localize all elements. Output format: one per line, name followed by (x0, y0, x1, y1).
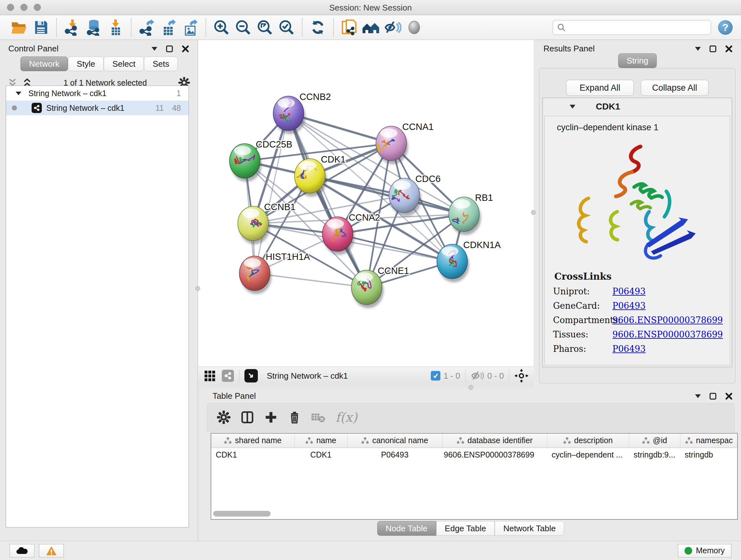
import-string-network-button[interactable] (340, 18, 358, 37)
table-panel: Table Panel f(x) shared namenamecanoni (200, 388, 741, 541)
network-node-HIST1H1A[interactable]: HIST1H1A (239, 252, 310, 294)
network-view-canvas[interactable]: CCNB2CCNA1CDC25BCDK1CDC6RB1CCNB1CCNA2CDK… (198, 40, 534, 367)
network-row[interactable]: String Network – cdk1 11 48 (6, 101, 189, 115)
show-columns-button[interactable] (238, 408, 257, 427)
expand-all-button[interactable]: Expand All (566, 80, 634, 96)
zoom-out-button[interactable] (234, 18, 253, 37)
panel-menu-icon[interactable] (151, 47, 157, 51)
column-header-2[interactable]: canonical name (347, 434, 442, 448)
network-edge-count: 48 (172, 104, 181, 113)
collection-expand-icon[interactable] (16, 91, 21, 95)
tab-string[interactable]: String (618, 53, 657, 68)
column-header-0[interactable]: shared name (211, 434, 294, 448)
collapse-all-button[interactable]: Collapse All (641, 80, 709, 96)
float-panel-icon[interactable] (165, 45, 173, 53)
search-icon (557, 23, 566, 32)
memory-button[interactable]: Memory (678, 544, 731, 557)
open-session-button[interactable] (10, 18, 28, 37)
bottom-splitter-grip[interactable] (468, 385, 473, 390)
detach-view-icon[interactable] (245, 369, 258, 382)
crosslink-link[interactable]: 9606.ENSP00000378699 (612, 329, 723, 339)
close-panel-icon[interactable] (182, 45, 189, 53)
right-splitter-grip[interactable] (531, 210, 536, 215)
float-panel-icon[interactable] (709, 392, 717, 400)
add-column-button[interactable] (261, 408, 280, 427)
close-panel-icon[interactable] (725, 45, 733, 53)
save-session-button[interactable] (31, 18, 50, 37)
node-label-CCNA1: CCNA1 (402, 122, 434, 132)
string-home-button[interactable] (361, 18, 380, 37)
help-button[interactable]: ? (718, 20, 733, 35)
network-node-RB1[interactable]: RB1 (449, 192, 493, 235)
panel-menu-icon[interactable] (695, 47, 701, 51)
tab-node-table[interactable]: Node Table (377, 521, 436, 536)
protein-structure-image (569, 138, 706, 265)
delete-column-button[interactable] (285, 408, 304, 427)
table-horizontal-scrollbar[interactable] (213, 511, 271, 516)
toggle-structure-images-button[interactable] (405, 18, 423, 37)
column-header-3[interactable]: database identifier (442, 434, 547, 448)
network-view-toolbar: String Network – cdk1 1 - 0 0 - 0 (198, 367, 534, 385)
network-overview-icon[interactable] (222, 370, 234, 382)
import-table-button[interactable] (106, 18, 125, 37)
hidden-elements-icon[interactable] (471, 370, 484, 381)
network-node-CCNA2[interactable]: CCNA2 (322, 212, 380, 255)
tab-network[interactable]: Network (20, 57, 68, 71)
network-node-CCNE1[interactable]: CCNE1 (351, 266, 409, 308)
crosslink-link[interactable]: P06493 (612, 301, 646, 311)
network-node-CDC6[interactable]: CDC6 (389, 174, 441, 216)
table-row[interactable]: CDK1CDK1P064939606.ENSP00000378699cyclin… (211, 448, 738, 462)
function-builder-button[interactable]: f(x) (335, 408, 357, 427)
export-network-button[interactable] (138, 18, 156, 37)
warnings-button[interactable] (39, 544, 64, 557)
refresh-layout-button[interactable] (309, 18, 327, 37)
toggle-glass-effect-button[interactable] (383, 18, 402, 37)
export-table-button[interactable] (159, 18, 178, 37)
column-label: canonical name (372, 436, 428, 445)
tab-select[interactable]: Select (104, 57, 144, 71)
network-node-CDK1[interactable]: CDK1 (294, 154, 346, 197)
tab-style[interactable]: Style (68, 57, 104, 71)
export-image-button[interactable] (181, 18, 199, 37)
crosslink-link[interactable]: P06493 (612, 344, 646, 354)
zoom-selected-button[interactable] (277, 18, 296, 37)
close-panel-icon[interactable] (725, 392, 733, 400)
pan-crosshair-icon[interactable] (515, 369, 529, 383)
panel-menu-icon[interactable] (695, 394, 701, 398)
tab-network-table[interactable]: Network Table (495, 521, 564, 536)
column-header-5[interactable]: @id (629, 434, 680, 448)
crosslink-link[interactable]: 9606.ENSP00000378699 (612, 315, 723, 325)
left-splitter-grip[interactable] (195, 286, 200, 291)
toolbar-separator (333, 18, 334, 37)
column-header-6[interactable]: namespac (680, 434, 738, 448)
column-header-4[interactable]: description (547, 434, 629, 448)
table-options-button[interactable] (214, 408, 233, 427)
float-panel-icon[interactable] (709, 45, 717, 53)
gene-collapse-icon[interactable] (569, 105, 576, 109)
import-network-file-button[interactable] (63, 18, 81, 37)
node-label-CCNB2: CCNB2 (300, 91, 331, 102)
network-collection-row[interactable]: String Network – cdk1 1 (6, 86, 189, 101)
tab-edge-table[interactable]: Edge Table (436, 521, 495, 536)
network-node-CDC25B[interactable]: CDC25B (229, 139, 292, 182)
import-network-database-button[interactable] (84, 18, 103, 37)
selected-nodes-checkbox[interactable] (431, 371, 441, 381)
table-cell: P06493 (347, 448, 442, 462)
zoom-fit-button[interactable] (256, 18, 274, 37)
tab-sets[interactable]: Sets (144, 57, 178, 71)
cloud-status-button[interactable] (10, 544, 35, 557)
network-node-CCNB2[interactable]: CCNB2 (273, 91, 331, 134)
toolbar-separator (509, 369, 509, 382)
network-node-CDKN1A[interactable]: CDKN1A (437, 240, 501, 282)
grid-view-icon[interactable] (203, 369, 216, 382)
zoom-in-button[interactable] (212, 18, 231, 37)
window-title: Session: New Session (0, 3, 741, 13)
network-node-CCNB1[interactable]: CCNB1 (238, 202, 295, 244)
crosslink-link[interactable]: P06493 (612, 287, 646, 296)
column-header-1[interactable]: name (294, 434, 347, 448)
open-folder-icon (11, 20, 27, 35)
delete-table-button[interactable] (309, 408, 328, 427)
status-bar: Memory (0, 541, 741, 560)
table-tabs: Node Table Edge Table Network Table (200, 521, 741, 536)
search-input[interactable] (569, 23, 707, 32)
